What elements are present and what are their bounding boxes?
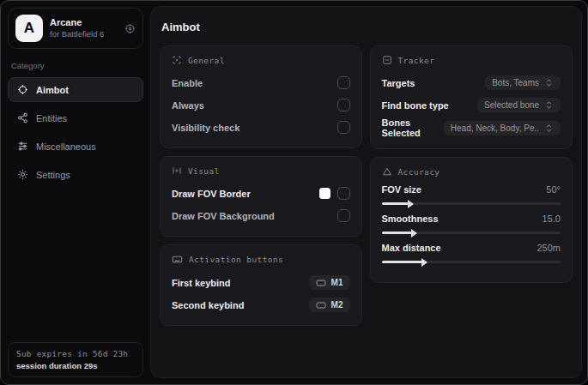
chevrons-up-down-icon [544, 100, 554, 110]
general-card-header: General [172, 55, 350, 65]
card-columns: General Enable Always Visibility check [160, 45, 573, 326]
app-title: Arcane [50, 17, 118, 29]
first-keybind-button[interactable]: M1 [309, 275, 350, 290]
find-bone-type-dropdown[interactable]: Selected bone [477, 98, 561, 112]
sidebar: A Arcane for Battlefield 6 Category [1, 1, 150, 384]
sidebar-item-settings[interactable]: Settings [8, 162, 143, 187]
setting-row-draw-fov-background: Draw FOV Background [172, 206, 350, 226]
draw-fov-border-checkbox[interactable] [337, 187, 350, 200]
visibility-check-checkbox[interactable] [337, 121, 350, 134]
entities-icon [17, 112, 28, 123]
sub-expiry-text: Sub expires in 56d 23h [16, 349, 135, 358]
slider-thumb[interactable] [421, 258, 427, 267]
draw-fov-background-checkbox[interactable] [337, 209, 350, 222]
setting-label: Always [172, 100, 204, 111]
session-duration-text: session duration 29s [16, 361, 135, 370]
always-checkbox[interactable] [337, 99, 350, 111]
setting-label: Draw FOV Border [172, 189, 251, 199]
slider-thumb[interactable] [408, 200, 414, 208]
crosshair-icon [17, 84, 28, 95]
sidebar-item-entities[interactable]: Entities [8, 105, 143, 130]
enable-checkbox[interactable] [337, 76, 350, 89]
slider-fill [382, 232, 412, 234]
app-subtitle: for Battlefield 6 [50, 29, 118, 39]
setting-row-bones-selected: Bones Selected Head, Neck, Body, Pe.. [382, 117, 561, 138]
setting-label: Visibility check [172, 123, 239, 133]
keybind-value: M2 [331, 300, 343, 310]
card-title: Accuracy [398, 167, 440, 177]
sidebar-item-label: Miscellaneous [36, 141, 96, 152]
setting-label: Max distance [382, 243, 441, 253]
visual-card: Visual Draw FOV Border Draw FOV Backgrou… [160, 156, 362, 237]
smoothness-slider[interactable] [382, 232, 561, 234]
setting-row-visibility-check: Visibility check [172, 117, 350, 137]
setting-label: FOV size [382, 184, 421, 195]
setting-label: Targets [382, 78, 415, 88]
setting-row-targets: Targets Bots, Teams [382, 73, 561, 93]
setting-row-always: Always [172, 95, 350, 115]
chevrons-up-down-icon [544, 123, 554, 133]
right-column: Tracker Targets Bots, Teams [370, 45, 573, 283]
setting-label: Smoothness [382, 214, 439, 224]
setting-label: Draw FOV Background [172, 211, 275, 221]
setting-row-enable: Enable [172, 73, 350, 93]
category-label: Category [11, 61, 140, 70]
fov-size-slider[interactable] [382, 202, 561, 205]
setting-row-first-keybind: First keybind M1 [172, 273, 350, 292]
setting-label: Second keybind [172, 300, 244, 310]
slider-fill [382, 261, 423, 263]
slider-value: 15.0 [543, 214, 561, 224]
controls [319, 187, 350, 200]
activation-card: Activation buttons First keybind M1 [160, 244, 362, 326]
app-window: A Arcane for Battlefield 6 Category [0, 0, 588, 385]
sidebar-item-label: Entities [36, 113, 67, 123]
fov-border-color-swatch[interactable] [319, 188, 330, 199]
slider-value: 250m [536, 243, 561, 253]
setting-label: Find bone type [382, 100, 449, 111]
sliders-icon [17, 141, 28, 152]
general-card: General Enable Always Visibility check [160, 45, 362, 148]
sidebar-nav: Aimbot Entities [8, 77, 143, 187]
dropdown-value: Bots, Teams [492, 78, 539, 87]
card-title: Visual [188, 166, 220, 176]
subscription-card: Sub expires in 56d 23h session duration … [8, 342, 143, 377]
crosshair-target-icon[interactable] [124, 23, 136, 34]
sidebar-item-miscellaneous[interactable]: Miscellaneous [8, 134, 143, 159]
setting-label: Enable [172, 78, 203, 88]
max-distance-slider[interactable] [382, 261, 561, 263]
key-icon [316, 301, 326, 310]
page-title: Aimbot [161, 21, 571, 33]
setting-row-second-keybind: Second keybind M2 [172, 295, 350, 315]
sidebar-spacer [8, 187, 143, 342]
targets-dropdown[interactable]: Bots, Teams [485, 75, 561, 90]
logo-text: Arcane for Battlefield 6 [50, 17, 118, 39]
sidebar-item-label: Settings [36, 170, 70, 180]
dropdown-value: Head, Neck, Body, Pe.. [451, 123, 539, 133]
visual-card-header: Visual [172, 165, 350, 176]
tracker-card-header: Tracker [382, 55, 561, 65]
slider-thumb[interactable] [411, 229, 417, 238]
bones-selected-dropdown[interactable]: Head, Neck, Body, Pe.. [444, 121, 561, 135]
keyboard-icon [172, 254, 183, 265]
gear-icon [17, 169, 28, 180]
logo-card: A Arcane for Battlefield 6 [8, 8, 143, 49]
dropdown-value: Selected bone [484, 100, 539, 110]
second-keybind-button[interactable]: M2 [309, 298, 350, 312]
left-column: General Enable Always Visibility check [160, 45, 362, 326]
focus-icon [172, 165, 182, 176]
scan-icon [172, 55, 182, 65]
sidebar-item-aimbot[interactable]: Aimbot [8, 77, 143, 102]
card-title: General [188, 56, 225, 65]
activation-card-header: Activation buttons [172, 254, 350, 265]
accuracy-card-header: Accuracy [382, 166, 561, 177]
keybind-value: M1 [331, 278, 343, 287]
setting-label: First keybind [172, 278, 230, 288]
chevrons-up-down-icon [544, 78, 554, 87]
card-title: Tracker [398, 56, 435, 65]
setting-row-max-distance: Max distance 250m [382, 243, 561, 263]
setting-row-fov-size: FOV size 50° [382, 184, 561, 205]
setting-row-find-bone-type: Find bone type Selected bone [382, 95, 561, 115]
key-icon [316, 279, 326, 287]
sidebar-item-label: Aimbot [36, 85, 69, 95]
tracker-card: Tracker Targets Bots, Teams [370, 45, 573, 149]
